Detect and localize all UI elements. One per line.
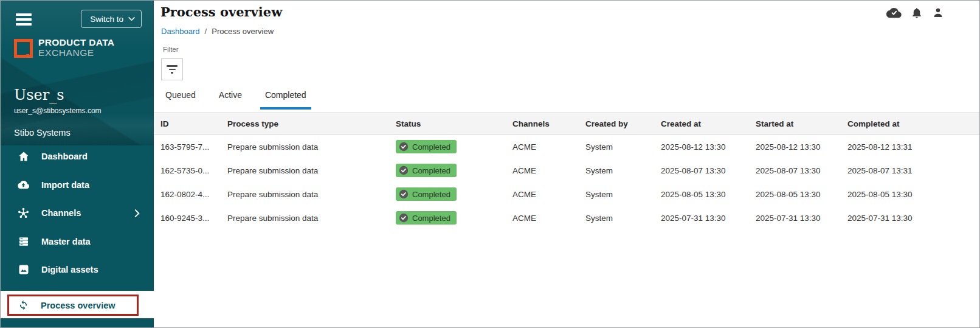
column-header-created-at: Created at [654,113,749,135]
column-header-completed-at: Completed at [841,113,979,135]
sidebar-item-label: Import data [41,180,89,190]
sidebar-item-digital-assets[interactable]: Digital assets [1,256,154,284]
sidebar-item-process-overview[interactable]: Process overview [7,295,139,316]
user-organization: Stibo Systems [14,128,102,138]
cell-completed-at: 2025-08-05 13:30 [841,183,979,206]
sidebar-item-label: Digital assets [41,265,98,274]
cloud-upload-icon [17,178,30,191]
page-title: Process overview [160,4,282,19]
cell-channels: ACME [506,206,579,230]
breadcrumb-current: Process overview [212,27,274,36]
tab-active[interactable]: Active [214,90,247,110]
switch-to-button[interactable]: Switch to [81,10,142,28]
table-row[interactable]: 160-9245-3... Prepare submission data Co… [154,206,979,230]
cell-created-by: System [579,183,654,206]
sidebar-item-import-data[interactable]: Import data [1,171,154,200]
sidebar-item-dashboard[interactable]: Dashboard [1,142,154,171]
cell-channels: ACME [506,159,579,183]
breadcrumb-dashboard-link[interactable]: Dashboard [161,27,200,36]
main-content: Process overview Dashboard / Process ove… [154,1,979,327]
sidebar-item-label: Channels [41,208,81,218]
user-name: User_s [14,86,102,103]
cell-created-by: System [579,159,654,183]
breadcrumb-separator: / [205,27,207,36]
tab-completed[interactable]: Completed [260,90,311,110]
brand-logo-icon [14,39,33,58]
notifications-bell-icon[interactable] [911,6,923,19]
chevron-right-icon [134,209,140,217]
cell-process-type: Prepare submission data [221,183,389,206]
cell-process-type: Prepare submission data [221,206,389,230]
status-badge: Completed [396,211,457,225]
cell-status: Completed [389,206,506,230]
user-info: User_s user_s@stibosystems.com Stibo Sys… [14,86,102,138]
cell-started-at: 2025-07-31 13:30 [749,206,841,230]
sidebar-active-row: Process overview [1,291,154,319]
column-header-process-type: Process type [221,113,389,135]
header-icons [886,6,944,19]
status-label: Completed [412,214,450,223]
brand-name-line1: PRODUCT DATA [38,37,114,47]
sidebar: Switch to PRODUCT DATA EXCHANGE User_s u… [1,1,154,327]
chevron-down-icon [128,17,135,21]
status-label: Completed [412,142,450,152]
status-label: Completed [412,190,450,199]
sidebar-item-label: Master data [41,237,91,246]
user-email: user_s@stibosystems.com [14,106,102,115]
brand-name-line2: EXCHANGE [38,47,114,58]
cell-created-at: 2025-08-12 13:30 [654,135,749,159]
table-row[interactable]: 162-5735-0... Prepare submission data Co… [154,159,979,183]
breadcrumb: Dashboard / Process overview [161,27,274,36]
status-label: Completed [412,166,450,175]
cell-created-by: System [579,206,654,230]
sidebar-nav: Dashboard Import data Channels [1,142,154,284]
switch-to-label: Switch to [90,15,123,24]
column-header-status: Status [389,113,506,135]
cell-completed-at: 2025-07-31 13:30 [841,206,979,230]
cell-created-at: 2025-08-05 13:30 [654,183,749,206]
filter-label: Filter [163,46,179,53]
process-table: ID Process type Status Channels Created … [154,112,979,230]
cell-started-at: 2025-08-05 13:30 [749,183,841,206]
cell-process-type: Prepare submission data [221,159,389,183]
status-badge: Completed [396,187,457,201]
tab-queued[interactable]: Queued [160,90,201,110]
column-header-channels: Channels [506,113,579,135]
cell-status: Completed [389,159,506,183]
server-icon [17,235,30,248]
app-window: Switch to PRODUCT DATA EXCHANGE User_s u… [0,0,980,328]
hub-icon [17,207,30,220]
hamburger-menu-icon[interactable] [16,13,32,28]
sync-icon [18,299,29,311]
filter-button[interactable] [161,58,183,80]
column-header-started-at: Started at [749,113,841,135]
cell-started-at: 2025-08-07 13:30 [749,159,841,183]
sidebar-item-master-data[interactable]: Master data [1,228,154,256]
check-circle-icon [399,166,409,175]
sidebar-item-label: Dashboard [41,152,88,161]
cell-started-at: 2025-08-12 13:30 [749,135,841,159]
sidebar-item-channels[interactable]: Channels [1,199,154,228]
table-row[interactable]: 163-5795-7... Prepare submission data Co… [154,135,979,159]
cell-status: Completed [389,183,506,206]
status-badge: Completed [396,140,457,153]
brand-logo: PRODUCT DATA EXCHANGE [14,37,114,58]
cell-id: 163-5795-7... [154,135,221,159]
table-header-row: ID Process type Status Channels Created … [154,113,979,135]
cell-created-at: 2025-07-31 13:30 [654,206,749,230]
account-person-icon[interactable] [932,6,944,19]
cell-completed-at: 2025-08-07 13:31 [841,159,979,183]
sidebar-item-label: Process overview [41,301,116,310]
table-row[interactable]: 162-0802-4... Prepare submission data Co… [154,183,979,206]
check-circle-icon [399,189,409,199]
cell-process-type: Prepare submission data [221,135,389,159]
sidebar-bottom-strip [1,318,154,327]
cloud-check-icon[interactable] [886,6,902,19]
home-icon [17,150,30,163]
tab-bar: Queued Active Completed [160,90,325,110]
image-icon [17,263,30,276]
check-circle-icon [399,142,409,152]
cell-status: Completed [389,135,506,159]
cell-channels: ACME [506,183,579,206]
cell-created-by: System [579,135,654,159]
